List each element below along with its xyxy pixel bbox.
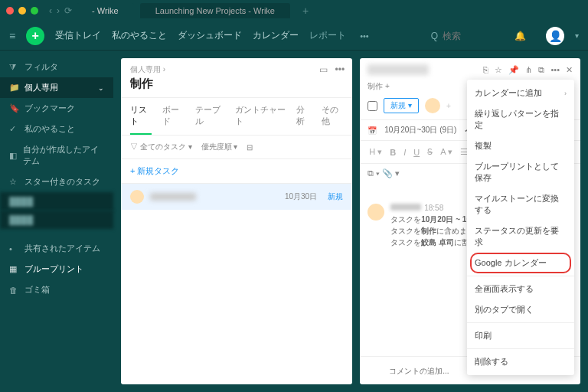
doc-icon: ◧ bbox=[9, 151, 17, 161]
filter-tasks[interactable]: ▽ 全てのタスク ▾ bbox=[130, 142, 192, 152]
attach-link-icon[interactable]: ⧉ ▾ bbox=[368, 168, 380, 178]
tab-board[interactable]: ボード bbox=[162, 98, 184, 135]
folder-icon: 📁 bbox=[9, 83, 18, 93]
refresh-icon[interactable]: ⟳ bbox=[64, 5, 72, 16]
nav-calendar[interactable]: カレンダー bbox=[253, 29, 299, 42]
nav-dashboard[interactable]: ダッシュボード bbox=[178, 29, 242, 42]
tab-other[interactable]: その他 bbox=[322, 98, 343, 135]
new-task-button[interactable]: + 新規タスク bbox=[121, 159, 352, 184]
sidebar-filter[interactable]: ⧩フィルタ bbox=[0, 57, 113, 77]
menu-open-tab[interactable]: 別のタブで開く bbox=[467, 299, 574, 320]
nav-mytodo[interactable]: 私のやること bbox=[112, 29, 167, 42]
nav-report[interactable]: レポート bbox=[309, 29, 346, 42]
browser-tab-2[interactable]: Launching New Projects - Wrike bbox=[140, 3, 290, 18]
add-assignee[interactable]: + bbox=[446, 102, 451, 110]
minimize-window[interactable] bbox=[18, 7, 26, 15]
sidebar-trash[interactable]: 🗑ゴミ箱 bbox=[0, 279, 113, 300]
user-avatar[interactable]: 👤 bbox=[546, 27, 564, 45]
browser-tab-1[interactable]: - Wrike bbox=[77, 3, 134, 18]
menu-print[interactable]: 印刷 bbox=[467, 325, 574, 346]
heading-icon[interactable]: H ▾ bbox=[368, 145, 384, 158]
task-title[interactable] bbox=[368, 64, 429, 75]
menu-google-calendar[interactable]: Google カレンダー bbox=[467, 253, 574, 273]
menu-delete[interactable]: 削除する bbox=[467, 351, 574, 372]
sidebar-personal[interactable]: 📁個人専用⌄ bbox=[0, 77, 113, 98]
more-menu-icon[interactable]: ••• bbox=[550, 65, 560, 75]
sidebar-starred[interactable]: ☆スター付きのタスク bbox=[0, 172, 113, 192]
panel-header-icons: ▭ ••• bbox=[319, 64, 345, 75]
calendar-icon: 📅 bbox=[368, 126, 377, 135]
sidebar-mycreated[interactable]: ◧自分が作成したアイテム bbox=[0, 139, 113, 172]
star-outline-icon[interactable]: ☆ bbox=[495, 65, 502, 75]
bookmark-icon: 🔖 bbox=[9, 103, 18, 113]
sidebar-shared[interactable]: •共有されたアイテム bbox=[0, 238, 113, 259]
attach-icon[interactable]: 📎 ▾ bbox=[382, 168, 400, 178]
sidebar-blueprint[interactable]: ▦ブループリント bbox=[0, 259, 113, 279]
strike-icon[interactable]: S̶ bbox=[426, 145, 434, 158]
forward-icon[interactable]: › bbox=[57, 5, 60, 16]
avatar-chevron-icon[interactable]: ▾ bbox=[575, 31, 579, 40]
task-list-panel: ▭ ••• 個人専用 › 制作 リスト ボード テーブル ガントチャート 分析 … bbox=[121, 58, 352, 384]
pin-icon[interactable]: 📌 bbox=[508, 65, 519, 75]
close-window[interactable] bbox=[6, 7, 14, 15]
underline-icon[interactable]: U bbox=[412, 146, 421, 158]
detail-breadcrumb[interactable]: 制作 + bbox=[368, 81, 390, 92]
nav-more-icon[interactable]: ••• bbox=[360, 31, 369, 41]
assignee-avatar bbox=[130, 190, 144, 204]
menu-icon[interactable]: ≡ bbox=[9, 30, 15, 42]
bell-icon[interactable]: 🔔 bbox=[514, 31, 526, 41]
more-icon[interactable]: ••• bbox=[335, 64, 345, 75]
task-due-date: 10月30日 bbox=[285, 191, 317, 202]
search-input[interactable] bbox=[443, 31, 504, 41]
context-menu: カレンダーに追加› 繰り返しパターンを指定 複製 ブループリントとして保存 マイ… bbox=[467, 80, 574, 375]
folder-title: 制作 bbox=[130, 77, 343, 91]
sidebar-bookmark[interactable]: 🔖ブックマーク bbox=[0, 98, 113, 119]
close-icon[interactable]: ✕ bbox=[566, 65, 573, 75]
bold-icon[interactable]: B bbox=[388, 146, 397, 158]
task-row[interactable]: 10月30日 新規 bbox=[121, 184, 352, 210]
my-avatar bbox=[368, 363, 383, 378]
tab-table[interactable]: テーブル bbox=[195, 98, 224, 135]
expand-icon[interactable]: ⊟ bbox=[247, 143, 253, 152]
traffic-lights bbox=[6, 7, 38, 15]
rss-icon[interactable]: ⋔ bbox=[525, 65, 532, 75]
color-icon[interactable]: A ▾ bbox=[439, 145, 454, 158]
tab-analytics[interactable]: 分析 bbox=[296, 98, 311, 135]
view-tabs: リスト ボード テーブル ガントチャート 分析 その他 bbox=[121, 98, 352, 136]
task-status: 新規 bbox=[328, 191, 343, 202]
link-icon[interactable]: ⧉ bbox=[538, 65, 544, 75]
back-icon[interactable]: ‹ bbox=[49, 5, 52, 16]
menu-request-status[interactable]: ステータスの更新を要求 bbox=[467, 220, 574, 253]
trash-icon: 🗑 bbox=[9, 286, 18, 295]
assignee-avatar-detail[interactable] bbox=[425, 98, 440, 113]
menu-to-milestone[interactable]: マイルストーンに変換する bbox=[467, 188, 574, 220]
clip-icon[interactable]: ⎘ bbox=[483, 65, 488, 75]
dot-icon: • bbox=[9, 244, 18, 253]
status-dropdown[interactable]: 新規 ▾ bbox=[384, 98, 419, 113]
topbar: ≡ + 受信トレイ 私のやること ダッシュボード カレンダー レポート ••• … bbox=[0, 21, 588, 51]
menu-repeat[interactable]: 繰り返しパターンを指定 bbox=[467, 103, 574, 136]
menu-fullscreen[interactable]: 全画面表示する bbox=[467, 279, 574, 299]
sidebar-mytodo[interactable]: ✓私のやること bbox=[0, 119, 113, 139]
calendar-toggle-icon[interactable]: ▭ bbox=[319, 64, 328, 75]
date-range[interactable]: 10月20日~30日 (9日) bbox=[384, 125, 456, 136]
nav-inbox[interactable]: 受信トレイ bbox=[55, 29, 101, 42]
sort-priority[interactable]: 優先度順 ▾ bbox=[201, 142, 238, 152]
search-icon: Q bbox=[431, 31, 438, 41]
italic-icon[interactable]: I bbox=[402, 146, 407, 158]
maximize-window[interactable] bbox=[31, 7, 38, 15]
sidebar-hidden-2: ████ bbox=[0, 211, 113, 229]
filter-icon: ⧩ bbox=[9, 62, 18, 72]
breadcrumb[interactable]: 個人専用 › bbox=[130, 64, 343, 75]
menu-duplicate[interactable]: 複製 bbox=[467, 136, 574, 156]
add-button[interactable]: + bbox=[26, 27, 44, 45]
add-tab[interactable]: + bbox=[296, 5, 315, 17]
tab-gantt[interactable]: ガントチャート bbox=[235, 98, 286, 135]
tab-list[interactable]: リスト bbox=[130, 98, 152, 135]
sidebar-hidden-1: ████ bbox=[0, 192, 113, 211]
check-icon: ✓ bbox=[9, 124, 18, 134]
complete-checkbox[interactable] bbox=[368, 101, 377, 111]
menu-save-blueprint[interactable]: ブループリントとして保存 bbox=[467, 156, 574, 188]
search-box[interactable]: Q bbox=[431, 31, 504, 41]
menu-add-calendar[interactable]: カレンダーに追加› bbox=[467, 83, 574, 103]
